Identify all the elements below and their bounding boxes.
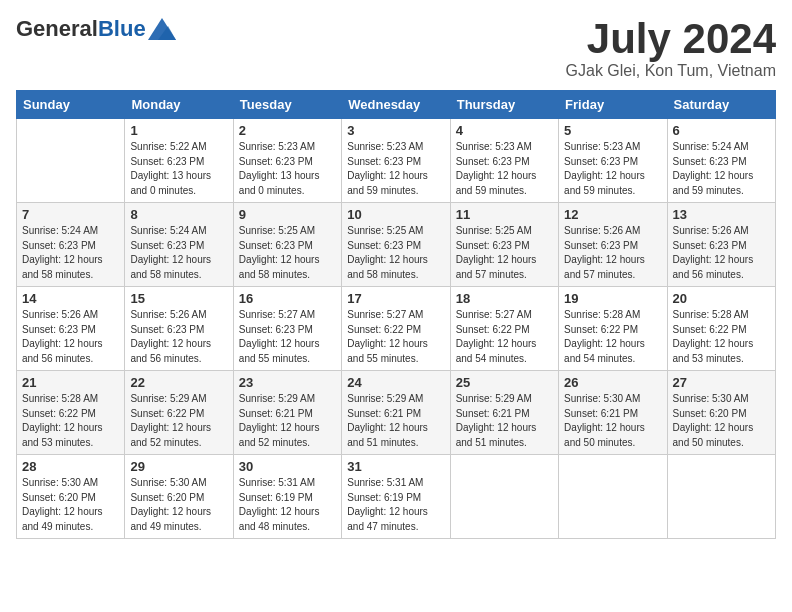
- calendar-cell: 1Sunrise: 5:22 AM Sunset: 6:23 PM Daylig…: [125, 119, 233, 203]
- day-number: 3: [347, 123, 444, 138]
- day-info: Sunrise: 5:29 AM Sunset: 6:22 PM Dayligh…: [130, 392, 227, 450]
- day-info: Sunrise: 5:26 AM Sunset: 6:23 PM Dayligh…: [130, 308, 227, 366]
- location: GJak Glei, Kon Tum, Vietnam: [566, 62, 776, 80]
- calendar-cell: 25Sunrise: 5:29 AM Sunset: 6:21 PM Dayli…: [450, 371, 558, 455]
- day-number: 28: [22, 459, 119, 474]
- day-number: 30: [239, 459, 336, 474]
- calendar-cell: 23Sunrise: 5:29 AM Sunset: 6:21 PM Dayli…: [233, 371, 341, 455]
- day-info: Sunrise: 5:24 AM Sunset: 6:23 PM Dayligh…: [22, 224, 119, 282]
- day-info: Sunrise: 5:25 AM Sunset: 6:23 PM Dayligh…: [347, 224, 444, 282]
- weekday-header-monday: Monday: [125, 91, 233, 119]
- day-number: 31: [347, 459, 444, 474]
- day-number: 7: [22, 207, 119, 222]
- day-info: Sunrise: 5:28 AM Sunset: 6:22 PM Dayligh…: [22, 392, 119, 450]
- calendar-cell: 18Sunrise: 5:27 AM Sunset: 6:22 PM Dayli…: [450, 287, 558, 371]
- day-info: Sunrise: 5:23 AM Sunset: 6:23 PM Dayligh…: [239, 140, 336, 198]
- logo-icon: [148, 18, 176, 40]
- calendar-cell: 16Sunrise: 5:27 AM Sunset: 6:23 PM Dayli…: [233, 287, 341, 371]
- calendar-cell: 8Sunrise: 5:24 AM Sunset: 6:23 PM Daylig…: [125, 203, 233, 287]
- day-number: 25: [456, 375, 553, 390]
- page-header: GeneralBlue July 2024 GJak Glei, Kon Tum…: [16, 16, 776, 80]
- weekday-header-tuesday: Tuesday: [233, 91, 341, 119]
- weekday-header-thursday: Thursday: [450, 91, 558, 119]
- calendar-week-row: 7Sunrise: 5:24 AM Sunset: 6:23 PM Daylig…: [17, 203, 776, 287]
- month-title: July 2024: [566, 16, 776, 62]
- day-info: Sunrise: 5:31 AM Sunset: 6:19 PM Dayligh…: [239, 476, 336, 534]
- day-number: 18: [456, 291, 553, 306]
- day-info: Sunrise: 5:25 AM Sunset: 6:23 PM Dayligh…: [456, 224, 553, 282]
- calendar-week-row: 1Sunrise: 5:22 AM Sunset: 6:23 PM Daylig…: [17, 119, 776, 203]
- day-info: Sunrise: 5:29 AM Sunset: 6:21 PM Dayligh…: [239, 392, 336, 450]
- day-number: 24: [347, 375, 444, 390]
- calendar-cell: [17, 119, 125, 203]
- day-info: Sunrise: 5:26 AM Sunset: 6:23 PM Dayligh…: [564, 224, 661, 282]
- day-info: Sunrise: 5:26 AM Sunset: 6:23 PM Dayligh…: [673, 224, 770, 282]
- day-info: Sunrise: 5:27 AM Sunset: 6:23 PM Dayligh…: [239, 308, 336, 366]
- calendar-cell: 13Sunrise: 5:26 AM Sunset: 6:23 PM Dayli…: [667, 203, 775, 287]
- day-number: 22: [130, 375, 227, 390]
- calendar-cell: 9Sunrise: 5:25 AM Sunset: 6:23 PM Daylig…: [233, 203, 341, 287]
- day-info: Sunrise: 5:26 AM Sunset: 6:23 PM Dayligh…: [22, 308, 119, 366]
- day-number: 8: [130, 207, 227, 222]
- calendar-cell: 2Sunrise: 5:23 AM Sunset: 6:23 PM Daylig…: [233, 119, 341, 203]
- day-info: Sunrise: 5:29 AM Sunset: 6:21 PM Dayligh…: [347, 392, 444, 450]
- day-number: 5: [564, 123, 661, 138]
- calendar-cell: 20Sunrise: 5:28 AM Sunset: 6:22 PM Dayli…: [667, 287, 775, 371]
- calendar-cell: 29Sunrise: 5:30 AM Sunset: 6:20 PM Dayli…: [125, 455, 233, 539]
- day-info: Sunrise: 5:22 AM Sunset: 6:23 PM Dayligh…: [130, 140, 227, 198]
- logo-general: GeneralBlue: [16, 16, 146, 42]
- day-info: Sunrise: 5:23 AM Sunset: 6:23 PM Dayligh…: [564, 140, 661, 198]
- day-info: Sunrise: 5:28 AM Sunset: 6:22 PM Dayligh…: [564, 308, 661, 366]
- calendar-week-row: 14Sunrise: 5:26 AM Sunset: 6:23 PM Dayli…: [17, 287, 776, 371]
- day-info: Sunrise: 5:28 AM Sunset: 6:22 PM Dayligh…: [673, 308, 770, 366]
- calendar-cell: 3Sunrise: 5:23 AM Sunset: 6:23 PM Daylig…: [342, 119, 450, 203]
- day-number: 21: [22, 375, 119, 390]
- day-number: 15: [130, 291, 227, 306]
- logo: GeneralBlue: [16, 16, 176, 42]
- day-info: Sunrise: 5:31 AM Sunset: 6:19 PM Dayligh…: [347, 476, 444, 534]
- calendar-cell: 10Sunrise: 5:25 AM Sunset: 6:23 PM Dayli…: [342, 203, 450, 287]
- day-number: 6: [673, 123, 770, 138]
- weekday-header-wednesday: Wednesday: [342, 91, 450, 119]
- weekday-header-friday: Friday: [559, 91, 667, 119]
- day-number: 10: [347, 207, 444, 222]
- calendar-cell: 30Sunrise: 5:31 AM Sunset: 6:19 PM Dayli…: [233, 455, 341, 539]
- day-info: Sunrise: 5:27 AM Sunset: 6:22 PM Dayligh…: [347, 308, 444, 366]
- calendar-cell: [450, 455, 558, 539]
- day-info: Sunrise: 5:30 AM Sunset: 6:20 PM Dayligh…: [673, 392, 770, 450]
- day-number: 9: [239, 207, 336, 222]
- calendar-cell: 15Sunrise: 5:26 AM Sunset: 6:23 PM Dayli…: [125, 287, 233, 371]
- day-number: 17: [347, 291, 444, 306]
- day-info: Sunrise: 5:30 AM Sunset: 6:20 PM Dayligh…: [22, 476, 119, 534]
- calendar-cell: 27Sunrise: 5:30 AM Sunset: 6:20 PM Dayli…: [667, 371, 775, 455]
- calendar-cell: 19Sunrise: 5:28 AM Sunset: 6:22 PM Dayli…: [559, 287, 667, 371]
- calendar-cell: 28Sunrise: 5:30 AM Sunset: 6:20 PM Dayli…: [17, 455, 125, 539]
- day-info: Sunrise: 5:24 AM Sunset: 6:23 PM Dayligh…: [130, 224, 227, 282]
- day-number: 1: [130, 123, 227, 138]
- weekday-header-row: SundayMondayTuesdayWednesdayThursdayFrid…: [17, 91, 776, 119]
- day-number: 26: [564, 375, 661, 390]
- title-area: July 2024 GJak Glei, Kon Tum, Vietnam: [566, 16, 776, 80]
- day-number: 4: [456, 123, 553, 138]
- calendar-cell: 17Sunrise: 5:27 AM Sunset: 6:22 PM Dayli…: [342, 287, 450, 371]
- day-info: Sunrise: 5:30 AM Sunset: 6:21 PM Dayligh…: [564, 392, 661, 450]
- calendar-week-row: 21Sunrise: 5:28 AM Sunset: 6:22 PM Dayli…: [17, 371, 776, 455]
- day-number: 16: [239, 291, 336, 306]
- calendar-cell: 7Sunrise: 5:24 AM Sunset: 6:23 PM Daylig…: [17, 203, 125, 287]
- day-number: 11: [456, 207, 553, 222]
- calendar-cell: 11Sunrise: 5:25 AM Sunset: 6:23 PM Dayli…: [450, 203, 558, 287]
- calendar-cell: [559, 455, 667, 539]
- day-number: 13: [673, 207, 770, 222]
- day-info: Sunrise: 5:25 AM Sunset: 6:23 PM Dayligh…: [239, 224, 336, 282]
- calendar-cell: 24Sunrise: 5:29 AM Sunset: 6:21 PM Dayli…: [342, 371, 450, 455]
- day-number: 14: [22, 291, 119, 306]
- day-number: 27: [673, 375, 770, 390]
- day-info: Sunrise: 5:29 AM Sunset: 6:21 PM Dayligh…: [456, 392, 553, 450]
- day-number: 2: [239, 123, 336, 138]
- day-number: 23: [239, 375, 336, 390]
- day-number: 19: [564, 291, 661, 306]
- calendar-cell: 5Sunrise: 5:23 AM Sunset: 6:23 PM Daylig…: [559, 119, 667, 203]
- day-info: Sunrise: 5:24 AM Sunset: 6:23 PM Dayligh…: [673, 140, 770, 198]
- day-number: 20: [673, 291, 770, 306]
- weekday-header-saturday: Saturday: [667, 91, 775, 119]
